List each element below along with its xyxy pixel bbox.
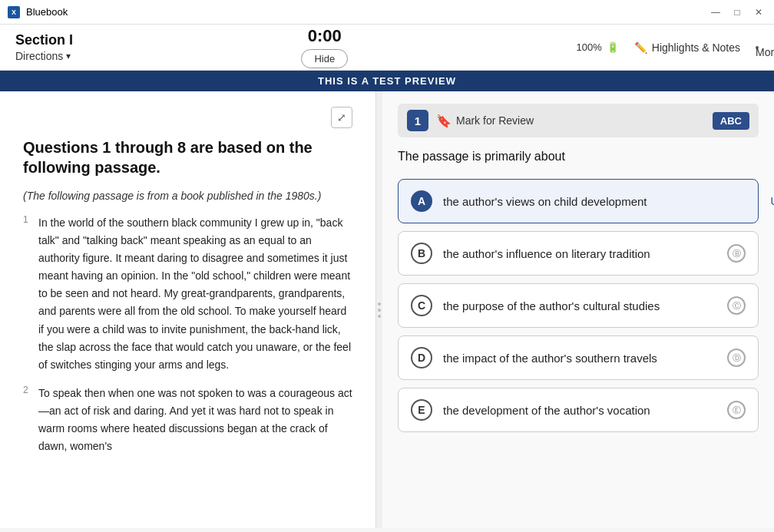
directions-label: Directions	[15, 50, 63, 62]
panel-divider	[376, 91, 382, 528]
app-name: Bluebook	[26, 6, 708, 18]
passage-subtitle: (The following passage is from a book pu…	[23, 190, 352, 202]
left-expand-icons: ⤢	[23, 107, 352, 128]
par-num-1: 1	[23, 214, 28, 225]
answer-options: A the author's views on child developmen…	[398, 179, 759, 432]
option-e[interactable]: E the development of the author's vocati…	[398, 388, 759, 432]
app-logo: X	[8, 6, 20, 18]
option-e-circle: E	[411, 399, 432, 421]
question-text: The passage is primarily about	[398, 150, 759, 164]
header: Section I Directions ▾ 0:00 Hide 100% 🔋 …	[0, 25, 774, 71]
header-right: 100% 🔋 ✏️ Highlights & Notes More	[577, 41, 759, 54]
timer-display: 0:00	[308, 26, 342, 46]
question-header: 1 🔖 Mark for Review ABC	[398, 104, 759, 137]
more-label: More	[756, 46, 759, 49]
app-logo-char: X	[12, 8, 16, 16]
title-bar: X Bluebook — □ ✕	[0, 0, 774, 25]
option-c-circle: C	[411, 295, 432, 316]
undo-button[interactable]: Undo	[771, 195, 774, 207]
section-info: Section I Directions ▾	[15, 32, 73, 62]
option-d-circle: D	[411, 347, 432, 368]
close-button[interactable]: ✕	[751, 5, 766, 20]
option-e-text: the development of the author's vocation	[443, 402, 721, 418]
chevron-down-icon: ▾	[66, 51, 71, 61]
paragraph-1: 1 In the world of the southern black com…	[23, 214, 352, 374]
bookmark-icon[interactable]: 🔖	[436, 114, 452, 128]
battery-label: 100%	[577, 41, 602, 53]
section-title: Section I	[15, 32, 73, 48]
battery-icon: 🔋	[607, 41, 619, 53]
question-number: 1	[407, 110, 428, 131]
paragraph-2: 2 To speak then when one was not spoken …	[23, 385, 352, 455]
option-a-circle: A	[411, 190, 432, 212]
option-d-strikethrough-btn[interactable]: Ⓓ	[727, 349, 746, 367]
passage-heading: Questions 1 through 8 are based on the f…	[23, 137, 352, 177]
hide-button[interactable]: Hide	[301, 49, 348, 68]
option-c-strikethrough-btn[interactable]: Ⓒ	[727, 296, 746, 315]
highlights-notes-button[interactable]: ✏️ Highlights & Notes	[634, 41, 740, 54]
option-a[interactable]: A the author's views on child developmen…	[398, 179, 759, 223]
option-b-strikethrough-btn[interactable]: Ⓑ	[727, 244, 746, 263]
option-c-text: the purpose of the author's cultural stu…	[443, 298, 721, 314]
directions-button[interactable]: Directions ▾	[15, 50, 73, 62]
battery-area: 100% 🔋	[577, 41, 619, 53]
divider-dot	[378, 302, 381, 306]
abc-badge: ABC	[713, 112, 749, 130]
option-d[interactable]: D the impact of the author's southern tr…	[398, 335, 759, 380]
par-num-2: 2	[23, 385, 28, 395]
window-controls: — □ ✕	[708, 5, 766, 20]
minimize-button[interactable]: —	[708, 5, 723, 20]
expand-left-icon[interactable]: ⤢	[331, 107, 352, 128]
option-a-text: the author's views on child development	[443, 193, 746, 210]
paragraph-2-text: To speak then when one was not spoken to…	[38, 387, 352, 452]
right-panel: 1 🔖 Mark for Review ABC The passage is p…	[382, 91, 774, 528]
maximize-button[interactable]: □	[729, 5, 745, 20]
divider-dot	[378, 309, 381, 312]
divider-dot	[378, 315, 381, 318]
option-c[interactable]: C the purpose of the author's cultural s…	[398, 283, 759, 328]
left-panel: ⤢ Questions 1 through 8 are based on the…	[0, 91, 376, 528]
test-preview-banner: THIS IS A TEST PREVIEW	[0, 71, 774, 91]
option-b[interactable]: B the author's influence on literary tra…	[398, 231, 759, 276]
mark-review-label[interactable]: Mark for Review	[456, 114, 713, 127]
option-b-text: the author's influence on literary tradi…	[443, 246, 721, 262]
option-b-circle: B	[411, 243, 432, 264]
paragraph-1-text: In the world of the southern black commu…	[38, 216, 351, 371]
highlights-notes-label: Highlights & Notes	[652, 41, 740, 54]
timer-area: 0:00 Hide	[73, 26, 577, 68]
option-d-text: the impact of the author's southern trav…	[443, 350, 721, 366]
pen-icon: ✏️	[634, 41, 647, 54]
main-content: ⤢ Questions 1 through 8 are based on the…	[0, 91, 774, 528]
option-e-strikethrough-btn[interactable]: Ⓔ	[727, 401, 746, 419]
banner-text: THIS IS A TEST PREVIEW	[318, 75, 456, 87]
more-button[interactable]: More	[756, 45, 759, 50]
